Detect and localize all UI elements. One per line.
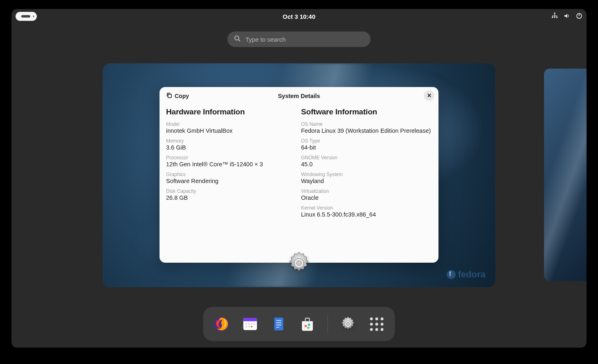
svg-rect-15: [245, 323, 247, 324]
svg-point-29: [308, 324, 310, 326]
value-graphics: Software Rendering: [166, 178, 297, 184]
field-os-name: OS Name Fedora Linux 39 (Workstation Edi…: [301, 121, 432, 134]
value-processor: 12th Gen Intel® Core™ i5-12400 × 3: [166, 161, 297, 167]
svg-rect-20: [248, 326, 250, 327]
value-gnome: 45.0: [301, 161, 432, 167]
dialog-header: Copy System Details: [160, 87, 438, 105]
label-graphics: Graphics: [166, 172, 297, 177]
label-kernel: Kernel Version: [301, 205, 432, 211]
close-icon: [427, 92, 432, 99]
settings-icon: [339, 315, 357, 333]
label-memory: Memory: [166, 138, 297, 144]
svg-rect-8: [168, 94, 171, 98]
svg-rect-16: [248, 323, 250, 324]
field-virt: Virtualization Oracle: [301, 188, 432, 201]
dock-item-apps[interactable]: [368, 315, 385, 333]
power-icon[interactable]: [576, 13, 582, 20]
svg-point-6: [235, 36, 239, 40]
value-os-name: Fedora Linux 39 (Workstation Edition Pre…: [301, 127, 432, 134]
label-model: Model: [166, 121, 297, 127]
svg-rect-26: [276, 325, 281, 326]
files-icon: [271, 315, 287, 333]
svg-point-28: [304, 325, 307, 327]
close-button[interactable]: [424, 90, 434, 101]
value-windowing: Wayland: [301, 178, 432, 184]
desktop: Oct 3 10:40 fedora Copy System Details: [11, 9, 587, 348]
svg-point-32: [346, 322, 350, 326]
dock-item-settings[interactable]: [339, 315, 357, 333]
dialog-title: System Details: [278, 93, 320, 99]
svg-rect-25: [276, 322, 281, 323]
dash-dock: [203, 307, 395, 341]
system-details-dialog[interactable]: Copy System Details Hardware Information…: [160, 87, 438, 263]
activities-button[interactable]: [16, 12, 37, 21]
value-disk: 26.8 GB: [166, 194, 297, 201]
label-virt: Virtualization: [301, 188, 432, 194]
apps-grid-icon: [370, 317, 383, 331]
value-virt: Oracle: [301, 194, 432, 201]
svg-point-10: [297, 261, 301, 266]
field-kernel: Kernel Version Linux 6.5.5-300.fc39.x86_…: [301, 205, 432, 218]
svg-rect-22: [274, 317, 283, 331]
value-memory: 3.6 GiB: [166, 144, 297, 151]
svg-rect-21: [251, 326, 252, 327]
svg-rect-14: [243, 320, 257, 321]
system-tray[interactable]: [551, 13, 582, 20]
search-input[interactable]: [245, 36, 364, 43]
clock[interactable]: Oct 3 10:40: [283, 13, 315, 20]
copy-icon: [166, 92, 172, 100]
field-model: Model innotek GmbH VirtualBox: [166, 121, 297, 134]
hardware-heading: Hardware Information: [166, 107, 297, 116]
svg-rect-17: [251, 323, 252, 324]
dock-item-software[interactable]: [299, 315, 316, 333]
field-processor: Processor 12th Gen Intel® Core™ i5-12400…: [166, 155, 297, 167]
svg-rect-0: [554, 13, 555, 14]
label-disk: Disk Capacity: [166, 188, 297, 194]
fedora-watermark-text: fedora: [458, 269, 486, 280]
svg-rect-19: [245, 326, 247, 327]
software-column: Software Information OS Name Fedora Linu…: [301, 107, 432, 256]
fedora-watermark: fedora: [447, 269, 486, 280]
svg-rect-1: [552, 17, 553, 18]
dock-item-firefox[interactable]: [213, 315, 230, 333]
label-os-name: OS Name: [301, 121, 432, 127]
svg-line-7: [238, 40, 240, 41]
calendar-icon: [242, 316, 259, 332]
field-gnome: GNOME Version 45.0: [301, 155, 432, 167]
value-model: innotek GmbH VirtualBox: [166, 127, 297, 134]
dock-item-files[interactable]: [270, 315, 288, 333]
svg-rect-18: [254, 323, 255, 324]
software-heading: Software Information: [301, 107, 432, 116]
fedora-logo-icon: [447, 270, 456, 279]
label-windowing: Windowing System: [301, 172, 432, 177]
copy-button-label: Copy: [175, 93, 189, 99]
field-disk: Disk Capacity 26.8 GB: [166, 188, 297, 201]
gear-icon: [286, 250, 312, 276]
hardware-column: Hardware Information Model innotek GmbH …: [166, 107, 297, 256]
label-gnome: GNOME Version: [301, 155, 432, 161]
svg-point-30: [307, 326, 310, 329]
dock-separator: [328, 315, 328, 333]
field-memory: Memory 3.6 GiB: [166, 138, 297, 151]
network-icon[interactable]: [551, 13, 558, 20]
workspace-next-thumb[interactable]: [544, 69, 587, 281]
svg-rect-2: [554, 17, 555, 18]
value-kernel: Linux 6.5.5-300.fc39.x86_64: [301, 211, 432, 218]
overview-search[interactable]: [227, 31, 371, 47]
field-windowing: Windowing System Wayland: [301, 172, 432, 184]
volume-icon[interactable]: [564, 13, 570, 20]
svg-rect-24: [276, 320, 281, 321]
copy-button[interactable]: Copy: [164, 90, 191, 102]
firefox-icon: [213, 315, 230, 333]
svg-rect-3: [556, 17, 558, 18]
field-graphics: Graphics Software Rendering: [166, 172, 297, 184]
dock-item-calendar[interactable]: [242, 315, 259, 333]
app-icon-overlay: [286, 250, 312, 276]
field-os-type: OS Type 64-bit: [301, 138, 432, 151]
workspace-thumb[interactable]: fedora Copy System Details: [103, 63, 495, 287]
search-icon: [234, 35, 241, 43]
value-os-type: 64-bit: [301, 144, 432, 151]
label-processor: Processor: [166, 155, 297, 161]
label-os-type: OS Type: [301, 138, 432, 144]
svg-rect-27: [276, 327, 279, 328]
